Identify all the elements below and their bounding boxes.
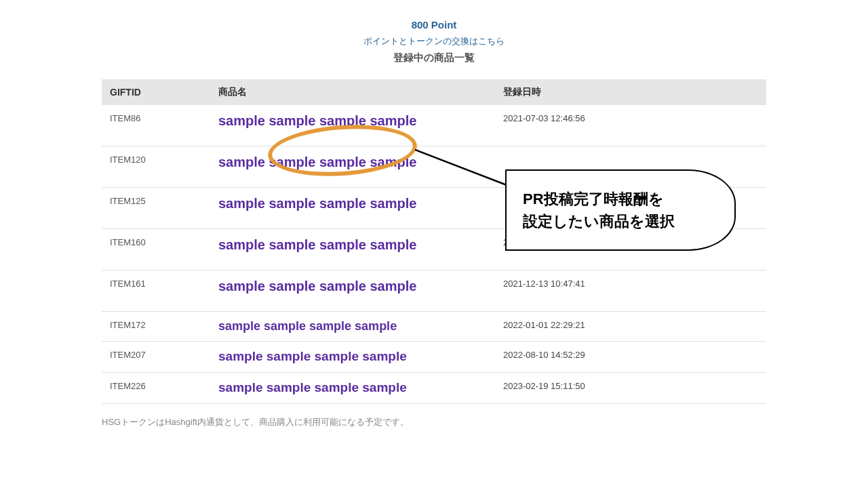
cell-date: 2021-12-13 10:47:41 — [495, 270, 766, 312]
points-balance: 800 Point — [0, 19, 868, 30]
cell-id: ITEM172 — [102, 312, 210, 342]
table-row[interactable]: ITEM86 sample sample sample sample 2021-… — [102, 105, 766, 146]
cell-name: sample sample sample sample — [218, 276, 416, 296]
col-header-name: 商品名 — [210, 79, 495, 105]
cell-name: sample sample sample sample — [218, 152, 416, 172]
cell-id: ITEM120 — [102, 146, 210, 188]
cell-id: ITEM207 — [102, 342, 210, 373]
cell-id: ITEM160 — [102, 229, 210, 270]
table-row[interactable]: ITEM172 sample sample sample sample 2022… — [102, 312, 766, 342]
cell-name: sample sample sample sample — [218, 317, 397, 336]
cell-id: ITEM125 — [102, 188, 210, 229]
cell-date: 2022-01-01 22:29:21 — [495, 312, 766, 342]
exchange-link[interactable]: ポイントとトークンの交換はこちら — [363, 35, 505, 47]
cell-date: 2023-02-19 15:11:50 — [495, 373, 766, 404]
cell-date: 2022-08-10 14:52:29 — [495, 342, 766, 373]
cell-name: sample sample sample sample — [218, 378, 407, 398]
table-row[interactable]: ITEM161 sample sample sample sample 2021… — [102, 270, 766, 312]
cell-name: sample sample sample sample — [218, 347, 407, 367]
cell-id: ITEM226 — [102, 373, 210, 404]
cell-name: sample sample sample sample — [218, 193, 416, 214]
callout-line1: PR投稿完了時報酬を — [523, 188, 734, 210]
callout-line2: 設定したい商品を選択 — [523, 210, 734, 232]
cell-name: sample sample sample sample — [218, 110, 416, 131]
table-row[interactable]: ITEM207 sample sample sample sample 2022… — [102, 342, 766, 373]
col-header-id: GIFTID — [102, 79, 210, 105]
cell-id: ITEM161 — [102, 270, 210, 312]
section-title: 登録中の商品一覧 — [0, 52, 868, 64]
cell-name: sample sample sample sample — [218, 235, 416, 255]
footer-note: HSGトークンはHashgift内通貨として、商品購入に利用可能になる予定です。 — [102, 416, 766, 428]
cell-date: 2021-07-03 12:46:56 — [495, 105, 766, 146]
cell-id: ITEM86 — [102, 105, 210, 146]
callout-bubble: PR投稿完了時報酬を 設定したい商品を選択 — [505, 169, 736, 251]
col-header-date: 登録日時 — [495, 79, 766, 105]
table-row[interactable]: ITEM226 sample sample sample sample 2023… — [102, 373, 766, 404]
